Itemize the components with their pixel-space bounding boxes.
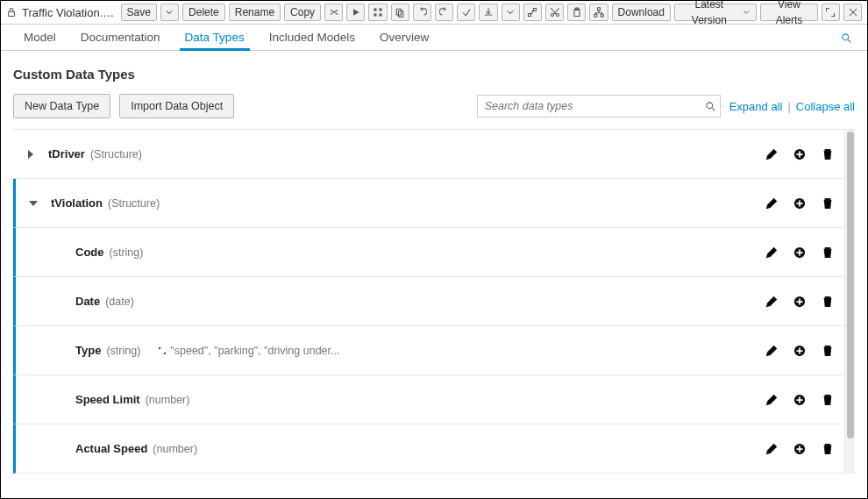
search-icon [705, 101, 715, 111]
import-data-object-button[interactable]: Import Data Object [119, 94, 234, 118]
save-button[interactable]: Save [121, 4, 157, 21]
add-icon[interactable] [793, 394, 806, 406]
add-icon[interactable] [793, 443, 806, 455]
field-constraint: "speed", "parking", "driving under... [158, 345, 339, 357]
data-types-body: Custom Data Types New Data Type Import D… [1, 51, 867, 474]
delete-icon[interactable] [822, 394, 834, 406]
row-actions [765, 296, 834, 308]
data-type-kind: (Structure) [90, 148, 142, 160]
expand-window-icon-button[interactable] [822, 4, 840, 21]
undo-icon-button[interactable] [413, 4, 431, 21]
copy-button[interactable]: Copy [284, 4, 321, 21]
edit-icon[interactable] [765, 246, 778, 259]
delete-button[interactable]: Delete [182, 4, 225, 21]
scrollbar-thumb[interactable] [847, 132, 854, 438]
row-actions [765, 197, 834, 210]
svg-rect-2 [374, 9, 377, 11]
delete-icon[interactable] [822, 443, 834, 455]
field-type: (number) [153, 443, 197, 455]
add-icon[interactable] [793, 246, 806, 259]
save-dropdown-button[interactable] [160, 4, 179, 21]
check-icon-button[interactable] [457, 4, 475, 21]
window-title: Traffic Violation.dmn - DMN [22, 6, 116, 19]
tab-data-types[interactable]: Data Types [173, 25, 257, 51]
edit-icon[interactable] [765, 148, 778, 160]
svg-line-22 [712, 108, 715, 110]
copy-icon-button[interactable] [391, 4, 409, 21]
svg-point-21 [707, 103, 713, 109]
latest-version-button[interactable]: Latest Version [674, 4, 757, 21]
new-data-type-button[interactable]: New Data Type [13, 94, 110, 118]
field-type: (date) [105, 296, 134, 308]
delete-icon[interactable] [822, 197, 834, 210]
add-icon[interactable] [793, 148, 806, 160]
export-icon-button[interactable] [479, 4, 497, 21]
expand-toggle[interactable] [16, 201, 51, 206]
data-type-row-tdriver[interactable]: tDriver (Structure) [13, 130, 844, 179]
close-window-icon-button[interactable] [843, 4, 862, 21]
field-type: (string) [110, 246, 144, 259]
edit-icon[interactable] [765, 394, 778, 406]
field-row-speed-limit[interactable]: Speed Limit (number) [13, 375, 844, 424]
add-icon[interactable] [793, 345, 806, 357]
clipboard-icon-button[interactable] [567, 4, 586, 21]
download-button[interactable]: Download [612, 4, 671, 21]
data-types-list: tDriver (Structure) tViol [13, 129, 855, 474]
view-alerts-button[interactable]: View Alerts [760, 4, 818, 21]
hierarchy-icon-button[interactable] [589, 4, 608, 21]
svg-marker-1 [353, 9, 359, 16]
delete-icon[interactable] [822, 296, 834, 308]
export-dropdown-button[interactable] [502, 4, 520, 21]
field-row-actual-speed[interactable]: Actual Speed (number) [13, 424, 844, 474]
data-type-row-tviolation[interactable]: tViolation (Structure) [13, 179, 844, 228]
field-row-code[interactable]: Code (string) [13, 228, 844, 277]
latest-version-label: Latest Version [680, 0, 738, 28]
collapse-all-link[interactable]: Collapse all [796, 100, 855, 113]
link-icon-button[interactable] [523, 4, 542, 21]
edit-icon[interactable] [765, 443, 778, 455]
search-input[interactable] [477, 95, 721, 118]
vertical-scrollbar[interactable] [844, 130, 855, 474]
chevron-down-icon [29, 201, 38, 206]
redo-icon-button[interactable] [435, 4, 453, 21]
field-name: Date [75, 295, 100, 308]
rename-button[interactable]: Rename [229, 4, 281, 21]
expand-all-link[interactable]: Expand all [729, 100, 783, 113]
add-icon[interactable] [793, 296, 806, 308]
window-toolbar-actions: Save Delete Rename Copy [121, 4, 863, 21]
validate-icon-button[interactable] [324, 4, 343, 21]
tab-included-models[interactable]: Included Models [257, 25, 367, 51]
play-icon-button[interactable] [346, 4, 365, 21]
svg-point-10 [551, 14, 553, 17]
section-title: Custom Data Types [13, 67, 855, 82]
edit-icon[interactable] [765, 345, 778, 357]
controls-row: New Data Type Import Data Object Expand … [13, 94, 855, 118]
tab-search-button[interactable] [836, 32, 857, 43]
tab-overview[interactable]: Overview [367, 25, 441, 51]
expand-toggle[interactable] [13, 150, 48, 159]
delete-icon[interactable] [822, 148, 834, 160]
tab-documentation[interactable]: Documentation [68, 25, 173, 51]
svg-rect-3 [374, 14, 377, 17]
tab-model[interactable]: Model [11, 25, 68, 51]
edit-icon[interactable] [765, 197, 778, 210]
delete-icon[interactable] [822, 246, 834, 259]
svg-line-20 [848, 39, 850, 42]
data-type-name: tDriver [48, 147, 85, 160]
field-name: Speed Limit [75, 393, 140, 406]
row-actions [765, 246, 834, 259]
editor-tabs: Model Documentation Data Types Included … [1, 25, 867, 51]
window-toolbar: Traffic Violation.dmn - DMN Save Delete … [1, 1, 867, 25]
add-icon[interactable] [793, 197, 806, 210]
field-row-type[interactable]: Type (string) "speed", "parking", "drivi… [13, 326, 844, 375]
field-name: Actual Speed [75, 442, 147, 455]
field-row-date[interactable]: Date (date) [13, 277, 844, 326]
cut-icon-button[interactable] [545, 4, 564, 21]
row-actions [765, 443, 834, 455]
edit-icon[interactable] [765, 296, 778, 308]
save-button-label: Save [127, 4, 151, 20]
row-actions [765, 394, 834, 406]
delete-icon[interactable] [822, 345, 834, 357]
grid-icon-button[interactable] [368, 4, 387, 21]
field-type: (string) [106, 345, 140, 357]
